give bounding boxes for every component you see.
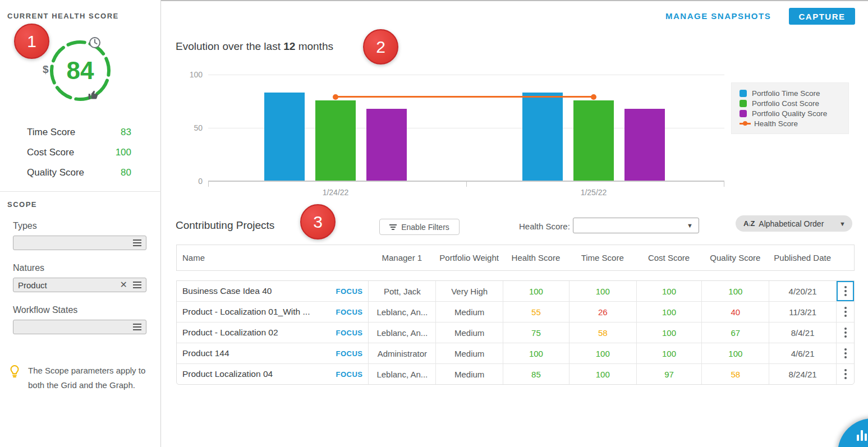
bar-portfolio-time-score[interactable] xyxy=(522,93,563,181)
legend-item[interactable]: Portfolio Cost Score xyxy=(740,98,845,108)
y-axis-tick-label: 50 xyxy=(179,123,203,132)
list-picker-icon[interactable] xyxy=(133,282,141,288)
y-axis-tick-label: 0 xyxy=(179,177,203,186)
annotation-badge-3: 3 xyxy=(300,204,336,239)
published-date-cell: 4/20/21 xyxy=(769,281,836,301)
table-row[interactable]: Product 144FOCUSAdministratorMedium10010… xyxy=(177,343,854,363)
scope-tip-line2: both the Grid and the Graph. xyxy=(28,378,145,393)
list-picker-icon[interactable] xyxy=(133,324,141,330)
project-name-cell: Business Case Idea 40FOCUS xyxy=(177,281,368,301)
health-score-value: 84 xyxy=(48,39,112,103)
score-cell: 75 xyxy=(503,322,569,343)
manage-snapshots-link[interactable]: MANAGE SNAPSHOTS xyxy=(665,11,771,21)
score-cell: 100 xyxy=(503,281,569,301)
list-picker-icon[interactable] xyxy=(133,239,141,246)
score-cell: 100 xyxy=(636,322,702,343)
manager-cell: Administrator xyxy=(368,343,435,363)
row-menu-button[interactable] xyxy=(837,322,854,343)
project-name: Product - Localization 01_With ... xyxy=(182,307,310,317)
dollar-icon: $ xyxy=(43,63,49,76)
legend-item[interactable]: Portfolio Time Score xyxy=(740,88,845,98)
projects-table-header: NameManager 1Portfolio WeightHealth Scor… xyxy=(176,245,855,271)
table-row[interactable]: Product - Localization 01_With ...FOCUSL… xyxy=(177,301,854,322)
clear-icon[interactable]: ✕ xyxy=(120,280,127,289)
manager-cell: Leblanc, An... xyxy=(368,364,435,384)
legend-swatch xyxy=(740,100,747,107)
evolution-chart-title: Evolution over the last 12 months xyxy=(176,40,333,53)
table-row[interactable]: Product Localization 04FOCUSLeblanc, An.… xyxy=(177,363,854,384)
focus-link[interactable]: FOCUS xyxy=(336,308,362,316)
table-row[interactable]: Business Case Idea 40FOCUSPott, JackVery… xyxy=(177,281,854,301)
bar-portfolio-cost-score[interactable] xyxy=(573,100,614,181)
column-header-quality-score[interactable]: Quality Score xyxy=(701,253,769,263)
legend-item[interactable]: Health Score xyxy=(740,118,845,128)
published-date-cell: 8/24/21 xyxy=(769,364,836,384)
row-menu-button[interactable] xyxy=(837,281,854,301)
health-score-point[interactable] xyxy=(333,94,338,100)
published-date-cell: 8/4/21 xyxy=(769,322,836,343)
focus-link[interactable]: FOCUS xyxy=(336,329,362,337)
column-header-published-date[interactable]: Published Date xyxy=(769,253,836,263)
bar-portfolio-quality-score[interactable] xyxy=(624,109,665,181)
score-cell: 100 xyxy=(503,343,569,363)
bar-portfolio-time-score[interactable] xyxy=(264,93,305,181)
score-cell: 100 xyxy=(636,343,702,363)
project-name: Product 144 xyxy=(182,348,229,358)
annotation-badge-2: 2 xyxy=(363,29,398,64)
score-cell: 58 xyxy=(569,322,636,343)
bar-portfolio-cost-score[interactable] xyxy=(315,100,356,181)
column-header-portfolio-weight[interactable]: Portfolio Weight xyxy=(435,253,503,263)
scope-title: SCOPE xyxy=(7,200,37,209)
health-score-filter-dropdown[interactable]: ▼ xyxy=(573,218,699,233)
row-menu-button[interactable] xyxy=(837,343,854,363)
portfolio-weight-cell: Medium xyxy=(435,343,503,363)
table-row[interactable]: Product - Localization 02FOCUSLeblanc, A… xyxy=(177,322,854,343)
types-input[interactable] xyxy=(13,236,146,250)
scope-tip-line1: The Scope parameters apply to xyxy=(28,363,145,378)
score-cell: 100 xyxy=(636,302,702,322)
score-cell: 100 xyxy=(569,281,636,301)
health-score-line[interactable] xyxy=(336,96,594,98)
natures-input[interactable]: Product✕ xyxy=(13,278,146,292)
score-cell: 55 xyxy=(503,302,569,322)
workflow-states-input[interactable] xyxy=(13,320,146,334)
chevron-down-icon: ▼ xyxy=(687,222,693,229)
health-score-point[interactable] xyxy=(591,94,596,100)
score-cell: 67 xyxy=(701,322,769,343)
legend-item[interactable]: Portfolio Quality Score xyxy=(740,108,845,118)
filter-block: Types xyxy=(13,221,146,250)
scope-tip-text: The Scope parameters apply to both the G… xyxy=(28,363,145,393)
score-value: 83 xyxy=(121,127,131,138)
column-header-cost-score[interactable]: Cost Score xyxy=(636,253,702,263)
x-axis-tick xyxy=(724,182,724,187)
focus-link[interactable]: FOCUS xyxy=(336,349,362,358)
focus-link[interactable]: FOCUS xyxy=(336,370,362,379)
filter-block: Workflow States xyxy=(13,305,146,334)
bar-chart-icon xyxy=(857,430,867,441)
published-date-cell: 4/6/21 xyxy=(769,343,836,363)
projects-table-body: Business Case Idea 40FOCUSPott, JackVery… xyxy=(176,280,855,385)
chevron-down-icon: ▼ xyxy=(839,220,846,227)
gridline xyxy=(208,75,724,75)
column-header-manager-1[interactable]: Manager 1 xyxy=(368,253,435,263)
chart-legend: Portfolio Time ScorePortfolio Cost Score… xyxy=(731,82,849,134)
sort-order-button[interactable]: A↓Z Alphabetical Order ▼ xyxy=(736,215,852,232)
column-header-name[interactable]: Name xyxy=(177,253,368,263)
legend-label: Health Score xyxy=(754,119,798,128)
filter-label: Workflow States xyxy=(13,305,146,315)
focus-link[interactable]: FOCUS xyxy=(336,287,362,296)
filter-value: Product xyxy=(18,280,120,290)
column-header-health-score[interactable]: Health Score xyxy=(503,253,569,263)
capture-button[interactable]: CAPTURE xyxy=(789,8,855,25)
row-menu-cell xyxy=(836,343,854,363)
az-sort-icon: A↓Z xyxy=(743,219,754,228)
score-cell: 100 xyxy=(636,281,702,301)
enable-filters-button[interactable]: Enable Filters xyxy=(379,219,460,235)
score-value: 100 xyxy=(116,147,131,158)
row-menu-button[interactable] xyxy=(837,364,854,384)
y-axis-tick-label: 100 xyxy=(179,70,203,79)
row-menu-button[interactable] xyxy=(837,302,854,322)
enable-filters-label: Enable Filters xyxy=(401,223,449,232)
column-header-time-score[interactable]: Time Score xyxy=(569,253,636,263)
bar-portfolio-quality-score[interactable] xyxy=(366,109,407,181)
